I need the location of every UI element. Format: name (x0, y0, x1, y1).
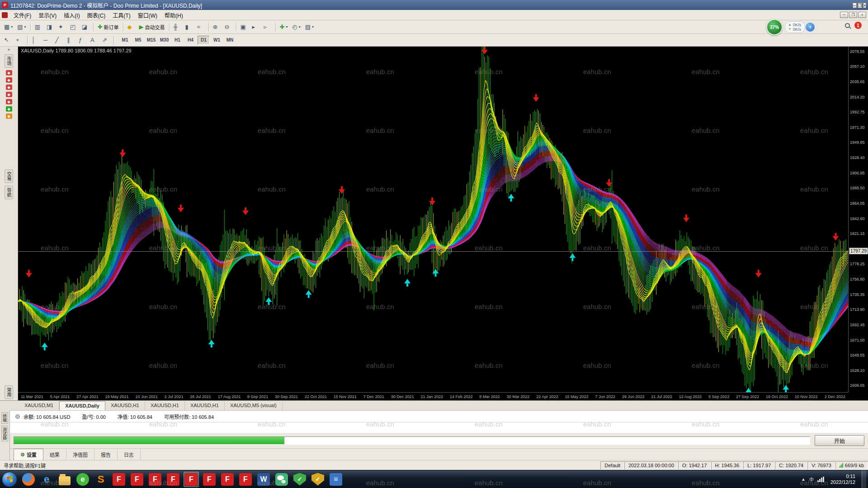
minimize-button[interactable]: ─ (853, 3, 856, 8)
timeframe-d1-button[interactable]: D1 (198, 36, 210, 45)
navigator-button[interactable]: ✦ (57, 22, 67, 33)
tray-icon-0[interactable]: ▲ (801, 477, 806, 482)
symbol-icon-6[interactable]: ◆ (6, 113, 12, 119)
taskbar-notepad[interactable]: ≡ (328, 472, 344, 487)
dock-tab-common[interactable]: 常用 (5, 385, 13, 399)
symbol-icon-5[interactable]: ◆ (6, 106, 12, 112)
horizontal-line-button[interactable]: ─ (42, 35, 52, 46)
symbol-icon-4[interactable]: ◆ (6, 99, 12, 104)
chart-tab-5[interactable]: XAUUSD,M5 (visual) (225, 401, 283, 410)
notification-badge[interactable]: 1 (854, 22, 862, 29)
chart-candles-button[interactable]: ▮ (184, 22, 194, 33)
symbol-icon-1[interactable]: ◆ (6, 77, 12, 83)
chart-shift-button[interactable]: ▹ (262, 22, 273, 33)
taskbar-shield-gold[interactable]: ✓ (310, 472, 326, 487)
data-window-button[interactable]: ◨ (45, 22, 56, 33)
taskbar-sogou[interactable]: S (93, 472, 108, 487)
network-icon[interactable] (817, 477, 824, 482)
zoom-out-button[interactable]: ⊖ (223, 22, 234, 33)
price-chart[interactable] (18, 47, 848, 392)
menu-item-0[interactable]: 文件(F) (10, 11, 35, 20)
tester-tab-3[interactable]: 报告 (94, 449, 118, 460)
taskbar-red-app-4[interactable]: F (165, 472, 181, 487)
close-button[interactable]: × (863, 3, 866, 8)
menu-item-1[interactable]: 显示(V) (35, 11, 60, 20)
profiles-button[interactable]: ▧▾ (15, 22, 28, 33)
vertical-line-button[interactable]: │ (30, 35, 41, 46)
dock-tab-navigator[interactable]: 导航 (5, 186, 13, 199)
taskbar-clock[interactable]: 0:11 2022/12/12 (828, 474, 858, 485)
restore-button[interactable]: ❐ (858, 3, 862, 8)
symbol-icon-2[interactable]: ◆ (6, 84, 12, 90)
timeframe-mn-button[interactable]: MN (224, 36, 236, 45)
taskbar-red-app-5[interactable]: F (184, 472, 199, 487)
channel-button[interactable]: ∥ (65, 35, 76, 46)
tester-tab-1[interactable]: 结果 (43, 449, 66, 460)
taskbar-firefox[interactable] (21, 472, 36, 487)
tester-tab-0[interactable]: ⚙设置 (14, 449, 43, 460)
memory-gauge[interactable]: 37% (766, 19, 783, 35)
start-button[interactable]: 开始 (815, 435, 864, 446)
fibonacci-button[interactable]: ƒ (77, 35, 88, 46)
taskbar-red-app-7[interactable]: F (220, 472, 235, 487)
timeframe-m1-button[interactable]: M1 (119, 36, 131, 45)
text-label-button[interactable]: A (89, 35, 99, 46)
timeframe-w1-button[interactable]: W1 (211, 36, 223, 45)
zoom-in-button[interactable]: ⊕ (211, 22, 222, 33)
new-chart-button[interactable]: ▦▾ (2, 22, 14, 33)
menu-item-3[interactable]: 图表(C) (84, 11, 109, 20)
taskbar-wechat[interactable] (274, 472, 289, 487)
dock-tab-trade[interactable]: 交易 (5, 169, 13, 183)
taskbar-word[interactable]: W (256, 472, 271, 487)
indicators-button[interactable]: ✚▾ (278, 22, 290, 33)
taskbar-red-app-2[interactable]: F (129, 472, 145, 487)
mdi-restore-button[interactable]: ❐ (849, 12, 857, 18)
chart-line-button[interactable]: ≈ (195, 22, 206, 33)
timeframe-m15-button[interactable]: M15 (145, 36, 157, 45)
dock-tab-0[interactable]: 终端 (1, 412, 8, 424)
chart-tab-4[interactable]: XAUUSD,H1 (185, 401, 225, 410)
chart-tab-2[interactable]: XAUUSD,H1 (105, 401, 145, 410)
dock-tab-market-watch[interactable]: 市场 (5, 54, 13, 68)
taskbar-green-browser[interactable]: e (75, 472, 90, 487)
periods-button[interactable]: ◴▾ (290, 22, 302, 33)
price-axis[interactable]: 1797.29 2078.552057.102035.652014.201992… (848, 47, 868, 392)
search-icon[interactable] (845, 23, 850, 28)
terminal-panel-button[interactable]: ◰ (68, 22, 79, 33)
tile-windows-button[interactable]: ▣ (239, 22, 250, 33)
taskbar-red-app-1[interactable]: F (111, 472, 127, 487)
market-watch-button[interactable]: ▥ (33, 22, 44, 33)
timeframe-h1-button[interactable]: H1 (171, 36, 184, 45)
taskbar-red-app-3[interactable]: F (147, 472, 163, 487)
cursor-button[interactable]: ↖ (2, 35, 13, 46)
mdi-close-button[interactable]: × (858, 12, 866, 18)
dock-tab-1[interactable]: 测试器 (1, 426, 8, 441)
trendline-button[interactable]: ╱ (53, 35, 64, 46)
symbol-icon-3[interactable]: ◆ (6, 92, 12, 97)
new-order-button[interactable]: ✚新订单 (96, 22, 121, 33)
tray-icon-1[interactable]: 中 (809, 476, 814, 483)
boost-ball-icon[interactable]: + (806, 23, 815, 32)
menu-item-4[interactable]: 工具(T) (109, 11, 134, 20)
start-button-orb[interactable] (2, 472, 17, 487)
menu-item-2[interactable]: 插入(I) (60, 11, 83, 20)
taskbar-ie[interactable]: e (39, 472, 54, 487)
tester-tab-4[interactable]: 日志 (118, 449, 141, 460)
taskbar-red-app-6[interactable]: F (202, 472, 217, 487)
auto-scroll-button[interactable]: ▸ (250, 22, 261, 33)
timeframe-m30-button[interactable]: M30 (158, 36, 170, 45)
show-desktop-button[interactable] (862, 470, 866, 488)
chart-tab-0[interactable]: XAUUSD,M1 (19, 401, 59, 410)
taskbar-red-app-8[interactable]: F (238, 472, 253, 487)
autotrading-button[interactable]: ▶自动交易 (137, 22, 167, 33)
timeframe-m5-button[interactable]: M5 (132, 36, 144, 45)
chart-tab-1[interactable]: XAUUSD,Daily (59, 401, 105, 410)
strategy-tester-button[interactable]: ◪ (80, 22, 91, 33)
tester-tab-2[interactable]: 净值图 (66, 449, 94, 460)
menu-item-5[interactable]: 窗口(W) (134, 11, 161, 20)
timeframe-h4-button[interactable]: H4 (184, 36, 197, 45)
date-axis[interactable]: 11 Mar 20215 Apr 202127 Apr 202119 May 2… (18, 392, 848, 400)
metaeditor-button[interactable]: ◆ (126, 22, 137, 33)
symbol-icon-0[interactable]: ◆ (6, 70, 12, 75)
taskbar-shield-green[interactable]: ✓ (292, 472, 307, 487)
